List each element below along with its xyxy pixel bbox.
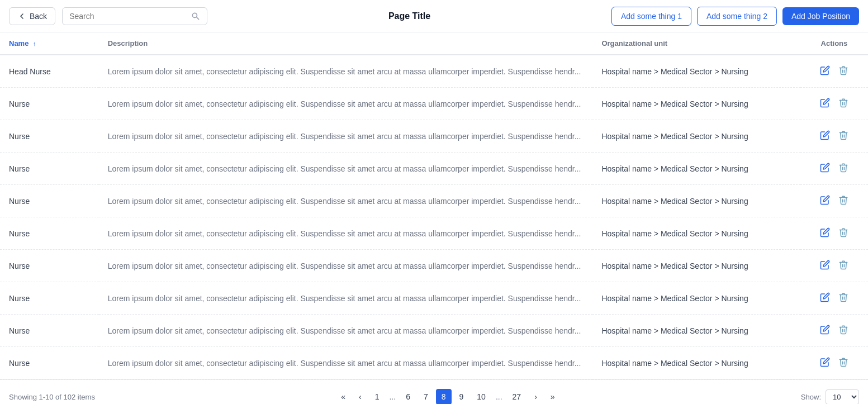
delete-button[interactable] <box>835 193 852 209</box>
col-header-description: Description <box>99 32 593 55</box>
row-description: Lorem ipsum dolor sit amet, consectetur … <box>99 153 593 185</box>
col-header-actions: Actions <box>800 32 868 55</box>
edit-button[interactable] <box>817 225 833 241</box>
edit-button[interactable] <box>817 96 833 112</box>
row-org-unit: Hospital name > Medical Sector > Nursing <box>592 217 800 250</box>
table-row: Nurse Lorem ipsum dolor sit amet, consec… <box>0 250 868 282</box>
delete-icon <box>838 195 848 205</box>
next-page-button[interactable]: › <box>529 389 543 404</box>
delete-icon <box>838 65 848 75</box>
delete-button[interactable] <box>835 290 852 306</box>
edit-icon <box>820 227 830 237</box>
edit-button[interactable] <box>817 160 833 177</box>
data-table-container: Name ↑ Description Organizational unit A… <box>0 32 868 379</box>
delete-button[interactable] <box>835 258 852 274</box>
edit-icon <box>820 65 830 75</box>
delete-button[interactable] <box>835 225 852 241</box>
row-description: Lorem ipsum dolor sit amet, consectetur … <box>99 120 593 153</box>
page-button-7[interactable]: 7 <box>418 389 434 404</box>
page-button-9[interactable]: 9 <box>454 389 469 404</box>
pagination: « ‹ 1 ... 6 7 8 9 10 ... 27 › » <box>335 389 560 404</box>
delete-icon <box>838 130 848 140</box>
header-actions: Add some thing 1 Add some thing 2 Add Jo… <box>611 7 859 26</box>
show-label: Show: <box>801 393 821 401</box>
edit-button[interactable] <box>817 355 833 371</box>
row-actions <box>800 153 868 185</box>
row-org-unit: Hospital name > Medical Sector > Nursing <box>592 120 800 153</box>
per-page-select[interactable]: 10 20 50 100 <box>826 389 859 405</box>
row-org-unit: Hospital name > Medical Sector > Nursing <box>592 185 800 217</box>
row-org-unit: Hospital name > Medical Sector > Nursing <box>592 55 800 88</box>
add-something-1-button[interactable]: Add some thing 1 <box>611 7 691 26</box>
showing-text: Showing 1-10 of 102 items <box>9 393 95 401</box>
table-footer: Showing 1-10 of 102 items « ‹ 1 ... 6 7 … <box>0 379 868 404</box>
first-page-button[interactable]: « <box>335 389 351 404</box>
table-row: Nurse Lorem ipsum dolor sit amet, consec… <box>0 88 868 120</box>
row-actions <box>800 347 868 379</box>
row-org-unit: Hospital name > Medical Sector > Nursing <box>592 282 800 315</box>
row-description: Lorem ipsum dolor sit amet, consectetur … <box>99 217 593 250</box>
back-label: Back <box>30 12 47 21</box>
add-something-2-button[interactable]: Add some thing 2 <box>697 7 777 26</box>
back-arrow-icon <box>17 12 26 21</box>
row-actions <box>800 250 868 282</box>
edit-button[interactable] <box>817 258 833 274</box>
prev-page-button[interactable]: ‹ <box>353 389 367 404</box>
delete-button[interactable] <box>835 128 852 144</box>
col-header-name[interactable]: Name ↑ <box>0 32 99 55</box>
delete-button[interactable] <box>835 322 852 339</box>
ellipsis-1: ... <box>387 392 398 401</box>
edit-icon <box>820 98 830 108</box>
edit-button[interactable] <box>817 290 833 306</box>
delete-button[interactable] <box>835 355 852 371</box>
table-row: Nurse Lorem ipsum dolor sit amet, consec… <box>0 153 868 185</box>
delete-button[interactable] <box>835 63 852 79</box>
delete-icon <box>838 357 848 367</box>
show-per-page: Show: 10 20 50 100 <box>801 389 859 405</box>
delete-button[interactable] <box>835 96 852 112</box>
delete-icon <box>838 260 848 270</box>
row-actions <box>800 315 868 347</box>
back-button[interactable]: Back <box>9 7 55 25</box>
delete-button[interactable] <box>835 160 852 177</box>
row-actions <box>800 217 868 250</box>
row-actions <box>800 120 868 153</box>
row-org-unit: Hospital name > Medical Sector > Nursing <box>592 153 800 185</box>
row-description: Lorem ipsum dolor sit amet, consectetur … <box>99 315 593 347</box>
row-org-unit: Hospital name > Medical Sector > Nursing <box>592 250 800 282</box>
delete-icon <box>838 163 848 173</box>
table-row: Nurse Lorem ipsum dolor sit amet, consec… <box>0 120 868 153</box>
page-button-1[interactable]: 1 <box>369 389 385 404</box>
row-name: Nurse <box>0 347 99 379</box>
delete-icon <box>838 325 848 335</box>
edit-button[interactable] <box>817 322 833 339</box>
edit-button[interactable] <box>817 193 833 209</box>
row-name: Nurse <box>0 315 99 347</box>
data-table: Name ↑ Description Organizational unit A… <box>0 32 868 379</box>
search-box <box>62 7 207 25</box>
page-button-27[interactable]: 27 <box>507 389 527 404</box>
delete-icon <box>838 227 848 237</box>
table-row: Nurse Lorem ipsum dolor sit amet, consec… <box>0 282 868 315</box>
page-header: Back Page Title Add some thing 1 Add som… <box>0 0 868 32</box>
table-row: Head Nurse Lorem ipsum dolor sit amet, c… <box>0 55 868 88</box>
page-title: Page Title <box>214 11 605 21</box>
row-org-unit: Hospital name > Medical Sector > Nursing <box>592 88 800 120</box>
row-actions <box>800 185 868 217</box>
edit-icon <box>820 325 830 335</box>
page-button-8[interactable]: 8 <box>436 389 452 404</box>
page-button-6[interactable]: 6 <box>400 389 416 404</box>
search-icon <box>191 12 200 21</box>
add-job-position-button[interactable]: Add Job Position <box>782 7 859 25</box>
last-page-button[interactable]: » <box>545 389 561 404</box>
page-button-10[interactable]: 10 <box>471 389 491 404</box>
table-row: Nurse Lorem ipsum dolor sit amet, consec… <box>0 185 868 217</box>
row-description: Lorem ipsum dolor sit amet, consectetur … <box>99 282 593 315</box>
row-description: Lorem ipsum dolor sit amet, consectetur … <box>99 347 593 379</box>
edit-button[interactable] <box>817 63 833 79</box>
search-input[interactable] <box>69 12 187 21</box>
row-description: Lorem ipsum dolor sit amet, consectetur … <box>99 250 593 282</box>
edit-icon <box>820 260 830 270</box>
sort-arrow-icon: ↑ <box>33 40 36 47</box>
edit-button[interactable] <box>817 128 833 144</box>
